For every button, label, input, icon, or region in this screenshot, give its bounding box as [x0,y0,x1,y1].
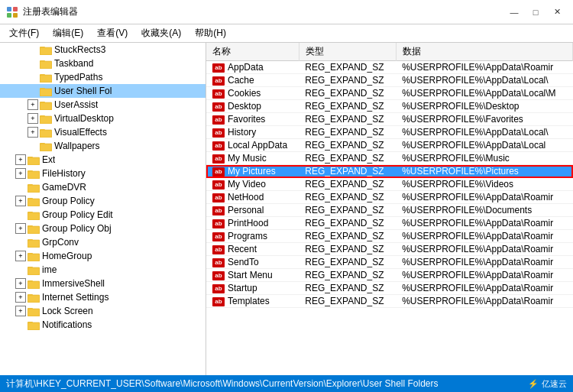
folder-icon [28,264,40,275]
tree-item[interactable]: + VisualEffects [0,125,206,139]
tree-item-label: TypedPaths [54,72,102,83]
tree-expander[interactable]: + [15,196,26,206]
menu-bar: 文件(F)编辑(E)查看(V)收藏夹(A)帮助(H) [0,24,573,43]
reg-data-cell: %USERPROFILE%\AppData\Local\M [396,87,572,100]
tree-expander[interactable]: + [28,99,38,110]
svg-rect-1 [13,7,18,11]
reg-name-cell: abMy Pictures [206,165,299,178]
registry-tree[interactable]: StuckRects3 Taskband TypedPaths User She… [0,43,206,375]
tree-expander[interactable]: + [28,127,38,138]
tree-expander[interactable]: + [15,154,26,165]
reg-type-cell: REG_EXPAND_SZ [299,204,396,217]
reg-type-icon: ab [212,258,225,267]
tree-item[interactable]: Taskband [0,57,206,70]
tree-item[interactable]: + Group Policy [0,194,206,208]
table-row[interactable]: abFavoritesREG_EXPAND_SZ%USERPROFILE%\Fa… [206,113,573,126]
menu-item-查看(V)[interactable]: 查看(V) [91,25,134,41]
tree-item[interactable]: + HomeGroup [0,249,206,263]
tree-item[interactable]: + ImmersiveShell [0,277,206,290]
tree-expander[interactable]: + [15,278,26,289]
table-row[interactable]: abAppDataREG_EXPAND_SZ%USERPROFILE%\AppD… [206,61,573,74]
tree-item-label: Ext [42,154,55,165]
reg-data-cell: %USERPROFILE%\AppData\Local\ [396,74,572,87]
title-bar: 注册表编辑器 — □ ✕ [0,0,573,24]
svg-rect-35 [28,184,33,186]
tree-item[interactable]: + Lock Screen [0,304,206,318]
tree-item[interactable]: TypedPaths [0,70,206,84]
table-row[interactable]: abStart MenuREG_EXPAND_SZ%USERPROFILE%\A… [206,269,573,282]
tree-item[interactable]: GameDVR [0,180,206,194]
folder-icon [40,72,52,83]
table-row[interactable]: abDesktopREG_EXPAND_SZ%USERPROFILE%\Desk… [206,100,573,113]
folder-icon [28,154,40,165]
table-row[interactable]: abLocal AppDataREG_EXPAND_SZ%USERPROFILE… [206,139,573,152]
table-row[interactable]: abCacheREG_EXPAND_SZ%USERPROFILE%\AppDat… [206,74,573,87]
reg-data-cell: %USERPROFILE%\Music [396,152,572,165]
tree-item[interactable]: + UserAssist [0,98,206,112]
tree-expander[interactable]: + [15,306,26,316]
reg-name-cell: abMy Video [206,178,299,191]
tree-expander[interactable]: + [15,168,26,179]
close-button[interactable]: ✕ [547,5,567,20]
svg-rect-41 [28,212,33,214]
tree-item[interactable]: StuckRects3 [0,43,206,57]
table-row[interactable]: abMy VideoREG_EXPAND_SZ%USERPROFILE%\Vid… [206,178,573,191]
tree-item[interactable]: + FileHistory [0,167,206,180]
reg-type-cell: REG_EXPAND_SZ [299,243,396,256]
menu-item-收藏夹(A)[interactable]: 收藏夹(A) [135,25,187,41]
table-row[interactable]: abTemplatesREG_EXPAND_SZ%USERPROFILE%\Ap… [206,295,573,308]
menu-item-文件(F)[interactable]: 文件(F) [3,25,45,41]
reg-type-icon: ab [212,102,225,112]
table-row[interactable]: abNetHoodREG_EXPAND_SZ%USERPROFILE%\AppD… [206,191,573,204]
svg-rect-65 [28,322,33,324]
tree-item[interactable]: + VirtualDesktop [0,112,206,125]
reg-type-icon: ab [212,128,225,138]
reg-data-cell: %USERPROFILE%\Desktop [396,100,572,113]
menu-item-编辑(E)[interactable]: 编辑(E) [47,25,89,41]
table-row[interactable]: abPersonalREG_EXPAND_SZ%USERPROFILE%\Doc… [206,204,573,217]
tree-item[interactable]: + Ext [0,153,206,167]
maximize-button[interactable]: □ [526,5,545,20]
reg-name-cell: abMy Music [206,152,299,165]
tree-item[interactable]: + Group Policy Obj [0,222,206,235]
tree-item-label: FileHistory [42,168,86,179]
menu-item-帮助(H)[interactable]: 帮助(H) [189,25,232,41]
registry-table[interactable]: 名称 类型 数据 abAppDataREG_EXPAND_SZ%USERPROF… [206,43,573,375]
folder-icon [28,251,40,261]
reg-data-cell: %USERPROFILE%\AppData\Local\ [396,126,572,139]
reg-data-cell: %USERPROFILE%\AppData\Roamir [396,282,572,295]
tree-item[interactable]: Wallpapers [0,139,206,153]
table-row[interactable]: abMy MusicREG_EXPAND_SZ%USERPROFILE%\Mus… [206,152,573,165]
table-row[interactable]: abStartupREG_EXPAND_SZ%USERPROFILE%\AppD… [206,282,573,295]
tree-item[interactable]: User Shell Fol [0,84,206,98]
table-row[interactable]: abHistoryREG_EXPAND_SZ%USERPROFILE%\AppD… [206,126,573,139]
table-row[interactable]: abPrintHoodREG_EXPAND_SZ%USERPROFILE%\Ap… [206,217,573,230]
tree-expander[interactable]: + [15,251,26,261]
table-row[interactable]: abSendToREG_EXPAND_SZ%USERPROFILE%\AppDa… [206,256,573,269]
folder-icon [28,306,40,316]
minimize-button[interactable]: — [504,5,524,20]
tree-expander[interactable]: + [15,223,26,234]
reg-type-cell: REG_EXPAND_SZ [299,113,396,126]
tree-item-label: Group Policy Obj [42,223,112,234]
table-row[interactable]: abCookiesREG_EXPAND_SZ%USERPROFILE%\AppD… [206,87,573,100]
reg-type-icon: ab [212,219,225,228]
reg-data-cell: %USERPROFILE%\Documents [396,204,572,217]
tree-item-label: Group Policy [42,196,95,206]
tree-item[interactable]: + Internet Settings [0,290,206,304]
tree-item[interactable]: Notifications [0,318,206,332]
reg-type-cell: REG_EXPAND_SZ [299,74,396,87]
svg-rect-50 [28,253,33,255]
tree-item-label: User Shell Fol [54,86,112,96]
folder-icon [28,182,40,193]
tree-item[interactable]: GrpConv [0,235,206,249]
table-row[interactable]: abProgramsREG_EXPAND_SZ%USERPROFILE%\App… [206,230,573,243]
tree-item[interactable]: Group Policy Edit [0,208,206,222]
tree-item[interactable]: ime [0,263,206,277]
tree-expander[interactable]: + [28,113,38,124]
reg-type-cell: REG_EXPAND_SZ [299,100,396,113]
tree-item-label: UserAssist [54,99,98,110]
table-row[interactable]: abRecentREG_EXPAND_SZ%USERPROFILE%\AppDa… [206,243,573,256]
table-row[interactable]: abMy PicturesREG_EXPAND_SZ%USERPROFILE%\… [206,165,573,178]
tree-expander[interactable]: + [15,292,26,303]
